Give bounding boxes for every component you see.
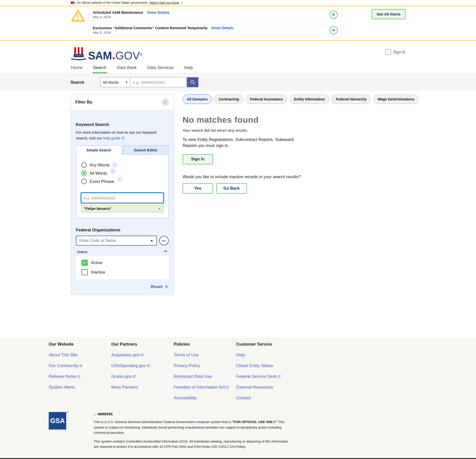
nav-item-data-bank[interactable]: Data Bank <box>116 64 137 73</box>
footer-column-customer-service: Customer Service Help Check Entity Statu… <box>236 342 299 401</box>
checkbox-unchecked-icon[interactable] <box>81 269 88 275</box>
checkbox-inactive[interactable]: Inactive <box>81 269 169 275</box>
site-header: SAM★GOV® ← Sign In <box>0 41 476 64</box>
alert-close-button[interactable]: × <box>329 26 338 34</box>
sign-in-label: Sign In <box>393 50 406 54</box>
footer-heading: Policies <box>174 342 236 347</box>
external-link-icon <box>77 375 81 378</box>
checkbox-checked-icon[interactable]: ✓ <box>81 260 88 266</box>
chevron-down-icon: ▾ <box>181 1 182 4</box>
footer-link: Accessibility <box>174 396 236 401</box>
tab-search-editor[interactable]: Search Editor <box>123 145 169 155</box>
status-checkbox-group: ✓ Active Inactive <box>76 256 169 279</box>
identifier-footer: SAM.gov An official website of the U.S. … <box>0 458 476 459</box>
info-icon[interactable]: i <box>111 169 115 173</box>
radio-button-icon[interactable] <box>81 162 87 168</box>
results-sign-in-button[interactable]: Sign In <box>183 154 213 164</box>
see-all-alerts-button[interactable]: See All Alerts <box>372 9 406 19</box>
chip-remove-icon[interactable]: × <box>158 207 160 211</box>
radio-exact-phrase[interactable]: Exact Phrase i <box>81 179 163 184</box>
alert-close-button[interactable]: × <box>329 10 338 19</box>
footer-column-our-website: Our Website About This Site Our Communit… <box>49 342 111 401</box>
footer-link: Privacy Policy <box>174 363 236 368</box>
external-link-icon <box>278 375 281 378</box>
footer-link: Freedom of Information Act <box>174 385 236 390</box>
alert-title: Scheduled SAM Maintenance <box>93 10 143 14</box>
search-results-area: All Domains Contracting Federal Assistan… <box>183 94 419 194</box>
radio-button-icon[interactable] <box>81 179 87 184</box>
external-link-icon <box>226 386 229 389</box>
nav-item-help[interactable]: Help <box>184 64 193 73</box>
alert-show-details-link[interactable]: Show Details <box>211 26 234 30</box>
nav-item-data-services[interactable]: Data Services <box>147 64 174 73</box>
radio-all-words[interactable]: All Words i <box>81 170 163 176</box>
external-link-icon <box>121 136 124 140</box>
uncle-sam-hat-icon <box>71 47 87 61</box>
quick-search-label: Search <box>71 80 100 85</box>
sam-gov-logo[interactable]: SAM★GOV® <box>71 47 142 61</box>
main-content: Filter By − Keyword Search For more info… <box>0 91 476 337</box>
keyword-chip-felipe-navarro: "Felipe Navarro" × <box>81 205 163 212</box>
federal-org-more-button[interactable]: ••• <box>159 236 169 245</box>
chevron-up-icon[interactable] <box>164 250 167 253</box>
go-back-button[interactable]: Go Back <box>216 183 247 194</box>
footer-link: USASpending.gov <box>111 363 174 368</box>
gsa-registered-mark: ® <box>66 411 68 414</box>
pill-federal-assistance[interactable]: Federal Assistance <box>246 94 287 104</box>
keyword-search-input[interactable] <box>81 193 163 203</box>
tab-simple-search[interactable]: Simple Search <box>76 145 122 155</box>
checkbox-active[interactable]: ✓ Active <box>81 260 169 266</box>
quick-search-input[interactable] <box>131 77 187 87</box>
alert-item-maintenance: Scheduled SAM Maintenance Show Details M… <box>89 8 342 21</box>
help-guide-link[interactable]: help guide <box>103 136 124 140</box>
sign-in-link[interactable]: ← Sign In <box>386 49 406 55</box>
close-icon: × <box>332 12 335 17</box>
radio-button-checked-icon[interactable] <box>81 170 87 176</box>
no-matches-title: No matches found <box>183 115 419 125</box>
logo-gov-text: GOV <box>115 49 140 62</box>
federal-org-select-placeholder: Enter Code or Name <box>79 238 116 243</box>
domain-filter-pills: All Domains Contracting Federal Assistan… <box>183 94 419 104</box>
alerts-section: Scheduled SAM Maintenance Show Details M… <box>0 6 476 41</box>
warning-icon: ⚠ <box>94 412 96 416</box>
external-link-icon <box>79 364 82 367</box>
filter-panel-title: Filter By <box>75 100 92 105</box>
pill-federal-hierarchy[interactable]: Federal Hierarchy <box>332 94 371 104</box>
nav-item-search[interactable]: Search <box>92 64 107 73</box>
external-link-icon <box>133 375 136 378</box>
filter-collapse-button[interactable]: − <box>162 98 169 106</box>
radio-any-words[interactable]: Any Words i <box>81 162 163 168</box>
footer-link: Help <box>236 353 299 358</box>
logo-sam-text: SAM <box>88 49 112 62</box>
footer-link: External Resources <box>236 385 299 390</box>
keyword-tabs: Simple Search Search Editor <box>76 145 169 155</box>
quick-search-section: Search All Words ▼ <box>0 73 476 91</box>
pill-entity-information[interactable]: Entity Information <box>290 94 329 104</box>
close-icon: × <box>332 28 335 32</box>
reset-refresh-icon[interactable]: ↻ <box>165 284 168 289</box>
info-icon[interactable]: i <box>118 177 122 181</box>
filter-panel: Filter By − Keyword Search For more info… <box>71 94 174 295</box>
keyword-search-heading: Keyword Search <box>76 122 169 127</box>
federal-org-select[interactable]: Enter Code or Name ▼ <box>76 236 157 246</box>
banner-how-you-know-link[interactable]: Here’s how you know <box>149 1 179 4</box>
pill-wage-determinations[interactable]: Wage Determinations <box>373 94 419 104</box>
logo-star-icon: ★ <box>112 56 115 60</box>
alert-show-details-link[interactable]: Show Details <box>147 10 169 14</box>
ellipsis-icon: ••• <box>162 239 166 243</box>
nav-item-home[interactable]: Home <box>71 64 83 73</box>
alert-item-exclusions: Exclusions “Additional Comments” Content… <box>89 24 342 37</box>
pill-contracting[interactable]: Contracting <box>214 94 243 104</box>
footer-link: About This Site <box>49 353 111 358</box>
search-icon <box>190 79 195 85</box>
footer-link: Contact <box>236 396 299 401</box>
yes-button[interactable]: Yes <box>183 183 213 194</box>
reset-filters-link[interactable]: Reset <box>151 284 162 289</box>
pill-all-domains[interactable]: All Domains <box>183 94 212 104</box>
search-submit-button[interactable] <box>187 77 198 87</box>
info-icon[interactable]: i <box>113 163 117 167</box>
footer-link: Check Entity Status <box>236 363 299 368</box>
no-results-message: Your search did not return any results. <box>183 128 419 133</box>
search-mode-select[interactable]: All Words ▼ <box>100 77 131 87</box>
alert-date: Mar 9, 2026 <box>93 15 169 19</box>
